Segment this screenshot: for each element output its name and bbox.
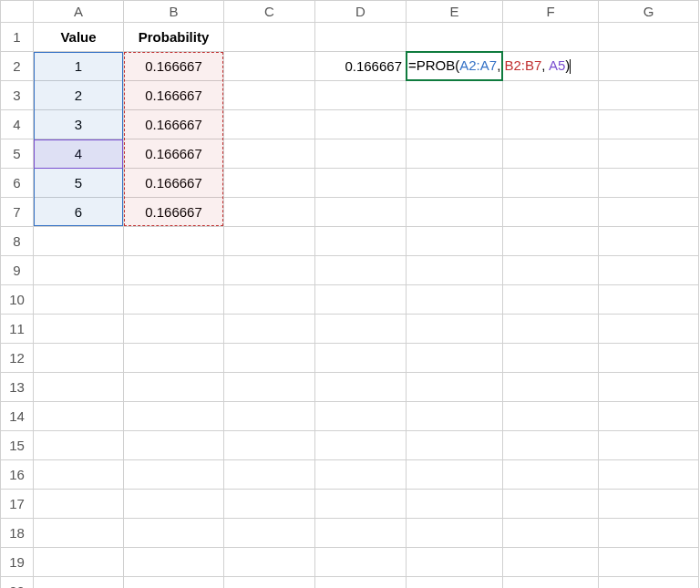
cell-G14[interactable] bbox=[599, 402, 699, 431]
cell-D20[interactable] bbox=[315, 577, 407, 589]
cell-G16[interactable] bbox=[599, 460, 699, 490]
row-header-3[interactable]: 3 bbox=[1, 81, 34, 110]
cell-C12[interactable] bbox=[224, 344, 315, 373]
cell-E8[interactable] bbox=[407, 227, 503, 256]
cell-E16[interactable] bbox=[407, 460, 503, 490]
cell-B12[interactable] bbox=[124, 344, 224, 373]
cell-F18[interactable] bbox=[503, 519, 599, 548]
cell-B4[interactable]: 0.166667 bbox=[124, 110, 224, 139]
cell-F16[interactable] bbox=[503, 460, 599, 490]
cell-D2[interactable]: 0.166667 bbox=[315, 52, 407, 81]
row-header-17[interactable]: 17 bbox=[1, 490, 34, 519]
cell-F8[interactable] bbox=[503, 227, 599, 256]
row-header-2[interactable]: 2 bbox=[1, 52, 34, 81]
cell-D14[interactable] bbox=[315, 402, 407, 431]
cell-G17[interactable] bbox=[599, 490, 699, 519]
cell-C7[interactable] bbox=[224, 198, 315, 227]
cell-A18[interactable] bbox=[34, 519, 124, 548]
cell-B16[interactable] bbox=[124, 460, 224, 490]
cell-C19[interactable] bbox=[224, 548, 315, 577]
cell-G2[interactable] bbox=[599, 52, 699, 81]
cell-B1[interactable]: Probability bbox=[124, 23, 224, 52]
col-header-F[interactable]: F bbox=[503, 1, 599, 23]
cell-D13[interactable] bbox=[315, 373, 407, 402]
cell-B19[interactable] bbox=[124, 548, 224, 577]
cell-G18[interactable] bbox=[599, 519, 699, 548]
cell-G4[interactable] bbox=[599, 110, 699, 139]
cell-D12[interactable] bbox=[315, 344, 407, 373]
cell-A13[interactable] bbox=[34, 373, 124, 402]
cell-B10[interactable] bbox=[124, 285, 224, 315]
cell-A16[interactable] bbox=[34, 460, 124, 490]
cell-C11[interactable] bbox=[224, 315, 315, 344]
row-header-9[interactable]: 9 bbox=[1, 256, 34, 285]
cell-F9[interactable] bbox=[503, 256, 599, 285]
cell-D5[interactable] bbox=[315, 139, 407, 169]
cell-D18[interactable] bbox=[315, 519, 407, 548]
cell-C14[interactable] bbox=[224, 402, 315, 431]
cell-B9[interactable] bbox=[124, 256, 224, 285]
cell-A9[interactable] bbox=[34, 256, 124, 285]
row-header-7[interactable]: 7 bbox=[1, 198, 34, 227]
cell-C10[interactable] bbox=[224, 285, 315, 315]
cell-F12[interactable] bbox=[503, 344, 599, 373]
cell-G10[interactable] bbox=[599, 285, 699, 315]
cell-E9[interactable] bbox=[407, 256, 503, 285]
cell-D7[interactable] bbox=[315, 198, 407, 227]
cell-A10[interactable] bbox=[34, 285, 124, 315]
cell-F6[interactable] bbox=[503, 169, 599, 198]
cell-E14[interactable] bbox=[407, 402, 503, 431]
cell-G13[interactable] bbox=[599, 373, 699, 402]
cell-G6[interactable] bbox=[599, 169, 699, 198]
cell-C4[interactable] bbox=[224, 110, 315, 139]
cell-A20[interactable] bbox=[34, 577, 124, 589]
cell-G3[interactable] bbox=[599, 81, 699, 110]
col-header-B[interactable]: B bbox=[124, 1, 224, 23]
cell-C13[interactable] bbox=[224, 373, 315, 402]
cell-D15[interactable] bbox=[315, 431, 407, 460]
cell-F17[interactable] bbox=[503, 490, 599, 519]
cell-A6[interactable]: 5 bbox=[34, 169, 124, 198]
cell-E5[interactable] bbox=[407, 139, 503, 169]
cell-B13[interactable] bbox=[124, 373, 224, 402]
cell-G19[interactable] bbox=[599, 548, 699, 577]
row-header-15[interactable]: 15 bbox=[1, 431, 34, 460]
cell-A5[interactable]: 4 bbox=[34, 139, 124, 169]
cell-C2[interactable] bbox=[224, 52, 315, 81]
cell-A3[interactable]: 2 bbox=[34, 81, 124, 110]
cell-G12[interactable] bbox=[599, 344, 699, 373]
cell-B11[interactable] bbox=[124, 315, 224, 344]
cell-A2[interactable]: 1 bbox=[34, 52, 124, 81]
cell-D8[interactable] bbox=[315, 227, 407, 256]
cell-F10[interactable] bbox=[503, 285, 599, 315]
cell-D3[interactable] bbox=[315, 81, 407, 110]
cell-E7[interactable] bbox=[407, 198, 503, 227]
cell-E13[interactable] bbox=[407, 373, 503, 402]
cell-F5[interactable] bbox=[503, 139, 599, 169]
cell-D11[interactable] bbox=[315, 315, 407, 344]
col-header-G[interactable]: G bbox=[599, 1, 699, 23]
row-header-14[interactable]: 14 bbox=[1, 402, 34, 431]
cell-G20[interactable] bbox=[599, 577, 699, 589]
cell-D16[interactable] bbox=[315, 460, 407, 490]
cell-C8[interactable] bbox=[224, 227, 315, 256]
row-header-4[interactable]: 4 bbox=[1, 110, 34, 139]
row-header-1[interactable]: 1 bbox=[1, 23, 34, 52]
cell-G9[interactable] bbox=[599, 256, 699, 285]
row-header-8[interactable]: 8 bbox=[1, 227, 34, 256]
row-header-12[interactable]: 12 bbox=[1, 344, 34, 373]
cell-A11[interactable] bbox=[34, 315, 124, 344]
cell-C6[interactable] bbox=[224, 169, 315, 198]
cell-E6[interactable] bbox=[407, 169, 503, 198]
row-header-5[interactable]: 5 bbox=[1, 139, 34, 169]
cell-G7[interactable] bbox=[599, 198, 699, 227]
cell-A4[interactable]: 3 bbox=[34, 110, 124, 139]
cell-G1[interactable] bbox=[599, 23, 699, 52]
cell-E3[interactable] bbox=[407, 81, 503, 110]
cell-E18[interactable] bbox=[407, 519, 503, 548]
cell-D1[interactable] bbox=[315, 23, 407, 52]
row-header-16[interactable]: 16 bbox=[1, 460, 34, 490]
cell-C17[interactable] bbox=[224, 490, 315, 519]
cell-E2[interactable]: =PROB(A2:A7, B2:B7, A5) bbox=[407, 52, 503, 81]
cell-G8[interactable] bbox=[599, 227, 699, 256]
